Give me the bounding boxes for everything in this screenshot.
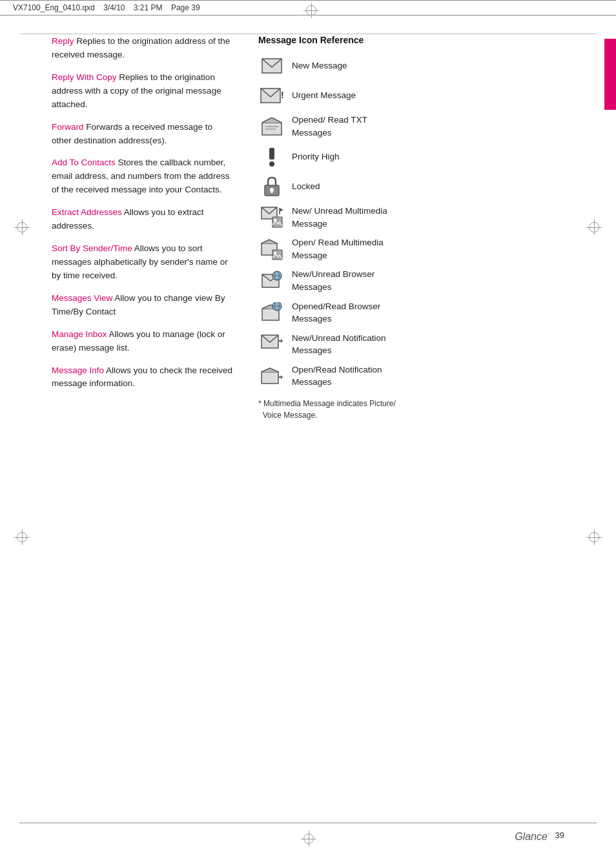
pink-accent-bar — [604, 39, 616, 110]
file-time: 3:21 PM — [134, 3, 163, 12]
svg-point-18 — [274, 252, 276, 254]
label-urgent-message: Urgent Message — [292, 89, 356, 102]
icon-box-new-unread-notification — [258, 334, 285, 354]
new-unread-multimedia-icon — [261, 207, 283, 229]
file-date: 3/4/10 — [103, 3, 125, 12]
icon-box-new-unread-multimedia — [258, 207, 285, 228]
label-new-unread-notification: New/Unread NotificationMessages — [292, 332, 386, 357]
label-new-unread-multimedia: New/ Unread MultimediaMessage — [292, 205, 387, 230]
term-sort-by-sender: Sort By Sender/Time — [52, 243, 132, 253]
opened-read-browser-icon — [262, 302, 282, 323]
svg-rect-12 — [272, 217, 282, 227]
list-item-new-unread-notification: New/Unread NotificationMessages — [258, 332, 577, 357]
label-open-read-multimedia: Open/ Read MultimediaMessage — [292, 236, 384, 262]
entry-forward: Forward Forwards a received message to o… — [52, 121, 232, 148]
new-message-icon — [262, 58, 282, 74]
icon-box-opened-read-browser — [258, 302, 285, 323]
svg-text:!: ! — [281, 90, 283, 100]
entry-messages-view: Messages View Allow you to change view B… — [52, 292, 232, 319]
term-manage-inbox: Manage Inbox — [52, 329, 107, 339]
entry-message-info: Message Info Allows you to check the rec… — [52, 364, 232, 391]
page-number: 39 — [555, 830, 564, 840]
list-item-priority-high: Priority High — [258, 145, 577, 169]
file-name: VX7100_Eng_0410.qxd — [13, 3, 95, 12]
main-content: Reply Replies to the origination address… — [52, 35, 577, 421]
term-reply-with-copy: Reply With Copy — [52, 72, 117, 82]
file-info: VX7100_Eng_0410.qxd 3/4/10 3:21 PM Page … — [13, 3, 200, 12]
icon-box-open-read-notification — [258, 365, 285, 386]
label-new-unread-browser: New/Unread BrowserMessages — [292, 268, 375, 293]
term-extract-addresses: Extract Addresses — [52, 207, 122, 217]
list-item-urgent-message: ! Urgent Message — [258, 84, 577, 107]
entry-extract-addresses: Extract Addresses Allows you to extract … — [52, 206, 232, 233]
term-forward: Forward — [52, 122, 84, 132]
list-item-open-read-multimedia: Open/ Read MultimediaMessage — [258, 236, 577, 262]
list-item-new-message: New Message — [258, 54, 577, 77]
label-opened-read-txt: Opened/ Read TXTMessages — [292, 114, 367, 139]
new-unread-browser-icon — [262, 271, 282, 291]
bottom-border-line — [19, 823, 597, 823]
svg-rect-17 — [272, 250, 282, 260]
svg-point-13 — [274, 219, 276, 221]
footnote: * Multimedia Message indicates Picture/ … — [258, 398, 577, 421]
svg-point-7 — [269, 161, 274, 167]
svg-marker-15 — [280, 208, 283, 212]
left-column: Reply Replies to the origination address… — [52, 35, 232, 421]
locked-icon — [263, 176, 281, 197]
open-read-multimedia-icon — [261, 238, 283, 260]
term-add-to-contacts: Add To Contacts — [52, 158, 116, 167]
section-title: Message Icon Reference — [258, 35, 577, 45]
label-priority-high: Priority High — [292, 150, 340, 163]
icon-box-new-unread-browser — [258, 271, 285, 291]
svg-rect-30 — [262, 372, 278, 384]
right-column: Message Icon Reference New Message — [258, 35, 577, 421]
svg-rect-6 — [269, 148, 274, 159]
list-item-opened-read-browser: Opened/Read BrowserMessages — [258, 300, 577, 325]
list-item-opened-read-txt: Opened/ Read TXTMessages — [258, 114, 577, 139]
icon-box-urgent-message: ! — [258, 85, 285, 106]
icon-box-priority-high — [258, 147, 285, 167]
svg-point-24 — [272, 302, 282, 311]
open-read-notification-icon — [261, 365, 283, 386]
list-item-locked: Locked — [258, 175, 577, 198]
new-unread-notification-icon — [261, 334, 283, 354]
icon-box-open-read-multimedia — [258, 239, 285, 260]
urgent-message-icon: ! — [260, 88, 283, 103]
label-opened-read-browser: Opened/Read BrowserMessages — [292, 300, 380, 325]
icon-box-locked — [258, 176, 285, 197]
brand-logo: Glance· — [515, 828, 549, 843]
label-locked: Locked — [292, 180, 320, 193]
priority-high-icon — [267, 147, 276, 167]
svg-marker-29 — [281, 339, 283, 343]
entry-reply-with-copy: Reply With Copy Replies to the originati… — [52, 71, 232, 112]
top-page-border-line — [19, 34, 597, 34]
term-reply: Reply — [52, 36, 74, 46]
opened-read-txt-icon — [262, 118, 282, 136]
term-messages-view: Messages View — [52, 293, 112, 303]
list-item-new-unread-browser: New/Unread BrowserMessages — [258, 268, 577, 293]
icon-box-new-message — [258, 56, 285, 76]
list-item-new-unread-multimedia: New/ Unread MultimediaMessage — [258, 205, 577, 230]
list-item-open-read-notification: Open/Read NotificationMessages — [258, 364, 577, 389]
icon-box-opened-read-txt — [258, 116, 285, 137]
entry-add-to-contacts: Add To Contacts Stores the callback numb… — [52, 156, 232, 197]
label-new-message: New Message — [292, 59, 347, 72]
entry-sort-by-sender: Sort By Sender/Time Allows you to sort m… — [52, 242, 232, 283]
label-open-read-notification: Open/Read NotificationMessages — [292, 364, 382, 389]
svg-rect-10 — [271, 190, 273, 193]
file-page: Page 39 — [171, 3, 200, 12]
page-footer: Glance· 39 — [515, 828, 564, 843]
term-message-info: Message Info — [52, 365, 104, 375]
icon-list: New Message ! Urgent Message — [258, 54, 577, 389]
desc-reply: Replies to the origination address of th… — [52, 36, 230, 59]
entry-reply: Reply Replies to the origination address… — [52, 35, 232, 62]
entry-manage-inbox: Manage Inbox Allows you to manage (lock … — [52, 328, 232, 355]
svg-marker-32 — [281, 375, 283, 379]
